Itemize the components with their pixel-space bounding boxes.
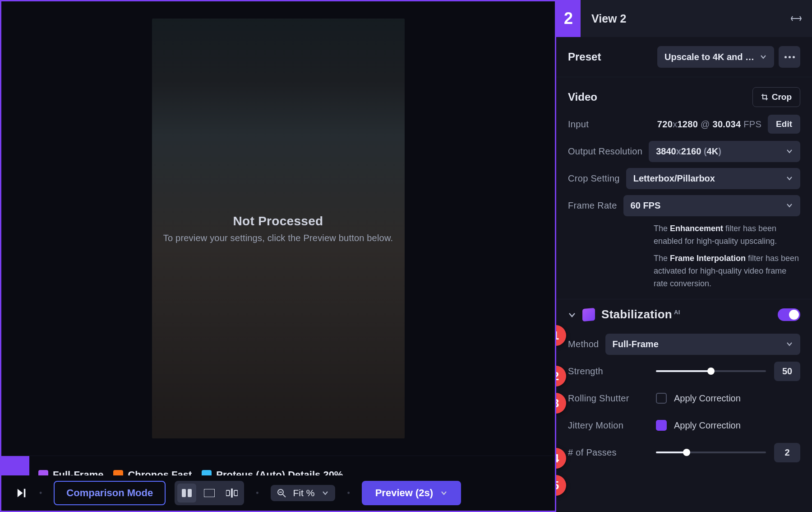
- svg-rect-5: [226, 490, 230, 496]
- svg-rect-4: [231, 489, 233, 498]
- crop-button[interactable]: Crop: [752, 87, 800, 107]
- zoom-label: Fit %: [291, 488, 318, 498]
- app-root: Not Processed To preview your settings, …: [0, 0, 812, 512]
- settings-panel: 2 View 2 Preset Upscale to 4K and …: [555, 0, 812, 512]
- chevron-down-icon: [786, 202, 793, 209]
- chevron-down-icon: [786, 340, 793, 348]
- single-icon: [204, 489, 215, 497]
- preset-label: Preset: [568, 51, 601, 63]
- preview-button[interactable]: Preview (2s): [362, 481, 461, 505]
- stabilization-section: Method Full-Frame Strength 50 Rolling Sh…: [556, 330, 812, 472]
- split-icon: [182, 489, 192, 497]
- chevron-down-icon: [786, 175, 793, 182]
- rolling-shutter-checkbox[interactable]: [656, 393, 667, 404]
- preset-section: Preset Upscale to 4K and …: [556, 37, 812, 77]
- arrows-horizontal-icon: [790, 14, 802, 23]
- preset-select[interactable]: Upscale to 4K and …: [657, 46, 774, 68]
- layout-single-button[interactable]: [200, 484, 219, 503]
- bottom-toolbar: • Comparison Mode • Fit % •: [1, 475, 555, 511]
- expand-horizontal-button[interactable]: [784, 6, 808, 31]
- stabilization-title: StabilizationAI: [601, 307, 680, 321]
- svg-rect-3: [204, 489, 215, 497]
- chevron-down-icon: [322, 489, 329, 497]
- layout-split-button[interactable]: [177, 484, 196, 503]
- viewer-pane: Not Processed To preview your settings, …: [0, 0, 555, 512]
- not-processed-message: Not Processed To preview your settings, …: [163, 214, 393, 243]
- method-select[interactable]: Full-Frame: [605, 334, 800, 355]
- method-value: Full-Frame: [613, 339, 659, 349]
- separator: •: [344, 489, 352, 498]
- frame-rate-select[interactable]: 60 FPS: [623, 195, 800, 216]
- method-label: Method: [568, 339, 599, 349]
- chevron-down-icon[interactable]: [568, 311, 576, 319]
- crop-icon: [761, 93, 768, 101]
- jittery-motion-label: Jittery Motion: [568, 420, 623, 431]
- not-processed-subtitle: To preview your settings, click the Prev…: [163, 233, 393, 243]
- panel-title: View 2: [581, 12, 784, 25]
- panel-header: 2 View 2: [556, 0, 812, 37]
- strength-slider[interactable]: [656, 370, 766, 372]
- svg-rect-2: [188, 489, 192, 497]
- strength-value[interactable]: 50: [774, 362, 800, 381]
- callout-marker-5: 5: [555, 475, 566, 496]
- not-processed-title: Not Processed: [163, 214, 393, 228]
- zoom-out-icon: [277, 489, 286, 498]
- jittery-motion-cb-label: Apply Correction: [674, 420, 741, 431]
- zoom-control[interactable]: Fit %: [271, 485, 336, 501]
- chevron-down-icon: [440, 489, 448, 497]
- separator: •: [253, 489, 261, 498]
- frame-rate-label: Frame Rate: [568, 200, 617, 211]
- stabilization-toggle[interactable]: [778, 308, 800, 321]
- layout-button-group: [175, 481, 244, 505]
- preview-button-label: Preview (2s): [375, 487, 433, 499]
- panel-number-badge: 2: [556, 0, 581, 37]
- passes-label: # of Passes: [568, 447, 617, 458]
- output-resolution-label: Output Resolution: [568, 146, 642, 157]
- video-section: Video Crop Input 720x1280 @ 30.034 FPS E…: [556, 77, 812, 299]
- svg-rect-0: [24, 489, 26, 498]
- play-next-icon: [15, 487, 28, 499]
- frame-interp-note: The Frame Interpolation filter has been …: [654, 252, 800, 290]
- svg-line-8: [283, 494, 286, 497]
- crop-setting-value: Letterbox/Pillarbox: [633, 173, 715, 184]
- enhancement-note: The Enhancement filter has been enabled …: [654, 223, 800, 248]
- rolling-shutter-label: Rolling Shutter: [568, 393, 629, 404]
- output-resolution-value: 3840x2160 (4K): [656, 146, 721, 157]
- passes-slider[interactable]: [656, 451, 766, 453]
- separator: •: [37, 489, 45, 498]
- preview-canvas: Not Processed To preview your settings, …: [1, 1, 555, 456]
- layout-compare-button[interactable]: [222, 484, 241, 503]
- crop-setting-label: Crop Setting: [568, 173, 620, 184]
- svg-rect-6: [234, 490, 238, 496]
- compare-icon: [226, 489, 238, 498]
- jittery-motion-checkbox[interactable]: [656, 420, 667, 431]
- play-next-button[interactable]: [15, 487, 28, 499]
- input-label: Input: [568, 119, 589, 130]
- stabilization-icon: [582, 308, 595, 321]
- chevron-down-icon: [760, 53, 767, 61]
- strength-label: Strength: [568, 366, 603, 377]
- input-resolution: 720x1280 @ 30.034 FPS: [657, 119, 761, 130]
- edit-input-button[interactable]: Edit: [768, 115, 800, 134]
- video-title: Video: [568, 91, 597, 103]
- frame-rate-value: 60 FPS: [631, 200, 661, 211]
- preset-more-button[interactable]: [779, 46, 800, 68]
- crop-setting-select[interactable]: Letterbox/Pillarbox: [626, 168, 800, 189]
- stabilization-header: StabilizationAI: [556, 299, 812, 330]
- svg-rect-1: [182, 489, 186, 497]
- preset-value: Upscale to 4K and …: [664, 52, 754, 62]
- comparison-mode-button[interactable]: Comparison Mode: [54, 481, 166, 505]
- passes-value[interactable]: 2: [774, 443, 800, 462]
- rolling-shutter-cb-label: Apply Correction: [674, 393, 741, 404]
- chevron-down-icon: [786, 148, 793, 155]
- output-resolution-select[interactable]: 3840x2160 (4K): [649, 141, 800, 162]
